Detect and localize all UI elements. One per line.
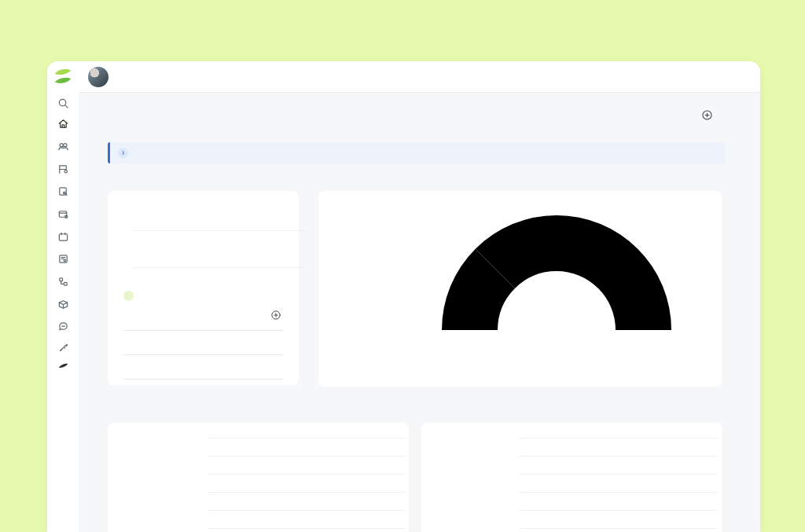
assignments-chart [519, 438, 717, 532]
seats-legend-registrados [340, 207, 354, 214]
sidebar-item-tasks[interactable] [47, 158, 79, 180]
sidebar-item-brand[interactable] [47, 354, 79, 376]
libres-swatch [340, 304, 354, 309]
main-content: i [79, 93, 760, 532]
document-icon [57, 185, 69, 197]
sidebar-item-search[interactable] [47, 92, 79, 114]
content-chart [208, 438, 405, 532]
sidebar-item-certificate[interactable] [47, 248, 79, 270]
plus-circle-icon [702, 110, 712, 120]
legend-item-alumnos [160, 204, 183, 208]
users-icon [57, 141, 69, 152]
school-selector[interactable] [88, 61, 116, 92]
home-icon [57, 118, 69, 130]
sidebar-item-hierarchy[interactable] [47, 270, 79, 292]
sidebar [47, 92, 79, 532]
subscription-banner: i [108, 142, 726, 163]
sidebar-item-box[interactable] [47, 293, 79, 315]
realtime-dot-icon [123, 291, 134, 301]
docentes-swatch [123, 204, 137, 208]
activity-legend [123, 204, 183, 208]
assignments-card [421, 423, 722, 532]
certificate-icon [57, 253, 69, 265]
view-all-link[interactable] [271, 310, 285, 320]
app-window: i [47, 61, 760, 532]
card-settings-icon [57, 208, 69, 220]
seats-gauge-chart [440, 214, 673, 330]
registrados-swatch [340, 207, 354, 211]
sidebar-item-document[interactable] [47, 180, 79, 202]
stat-row-docentes [123, 330, 283, 355]
asignadas-swatch [440, 431, 454, 435]
gridline [131, 267, 306, 268]
desktop-background: i [0, 0, 805, 532]
brand-swoosh-icon [57, 359, 69, 371]
assignments-legend-asignadas [440, 431, 454, 438]
activity-chart [131, 223, 306, 273]
content-card [108, 423, 409, 532]
alumnos-swatch [160, 204, 174, 208]
actividades-swatch [127, 431, 140, 435]
seats-card [318, 191, 722, 387]
chat-icon [57, 321, 69, 332]
finalizadas-swatch [440, 486, 454, 490]
topbar-divider [79, 92, 760, 93]
contenidos-swatch [127, 486, 140, 490]
topbar [47, 61, 760, 92]
help-feedback-link[interactable] [702, 110, 717, 120]
sidebar-item-home[interactable] [50, 113, 75, 134]
seats-legend-libres [340, 304, 354, 311]
sidebar-item-chat[interactable] [47, 315, 79, 337]
activity-card [108, 191, 299, 385]
sidebar-item-calendar[interactable] [47, 226, 79, 248]
info-icon: i [118, 148, 128, 158]
assignments-legend-finalizadas [440, 486, 454, 493]
calendar-icon [57, 231, 69, 243]
brand-logo-icon [53, 66, 73, 86]
search-icon [57, 97, 69, 109]
tasks-icon [57, 163, 69, 175]
realtime-row [123, 291, 140, 301]
content-legend-actividades [127, 431, 140, 438]
sidebar-item-card-settings[interactable] [47, 203, 79, 225]
school-avatar [88, 67, 108, 87]
content-legend-contenidos [127, 486, 140, 493]
legend-item-docentes [123, 204, 146, 208]
sidebar-item-users[interactable] [47, 135, 79, 157]
box-icon [57, 299, 69, 310]
rocket-icon [57, 342, 69, 354]
gridline [131, 230, 306, 231]
divider [123, 379, 283, 380]
seats-legend-pendientes [340, 255, 354, 262]
pendientes-swatch [340, 255, 354, 260]
plus-circle-icon [271, 310, 281, 320]
stat-row-estudiantes [123, 354, 283, 380]
hierarchy-icon [57, 276, 69, 288]
